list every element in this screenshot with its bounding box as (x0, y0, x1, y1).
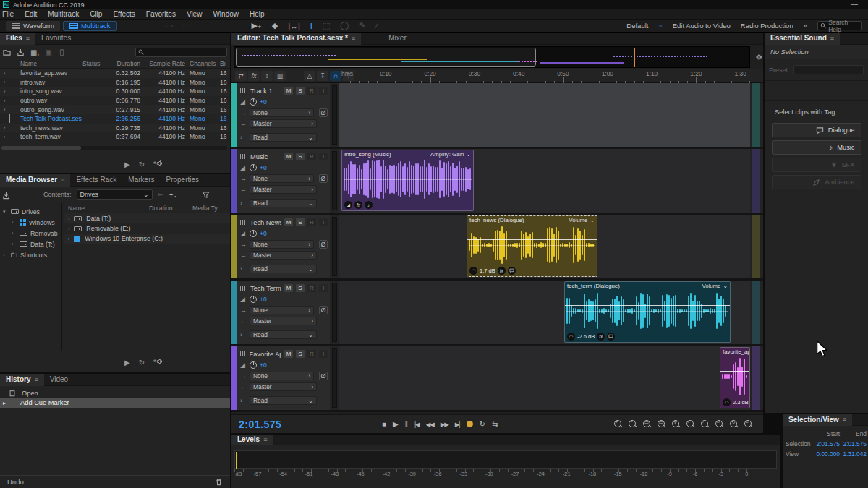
tree-item-windows[interactable]: ›Windows (0, 217, 61, 228)
tab-history[interactable]: History≡ (0, 374, 44, 386)
files-search-input[interactable] (135, 48, 227, 57)
preview-play-button[interactable]: ▶ (124, 359, 130, 367)
track-timeline-body[interactable]: favorite_app◠2.3 dB (339, 346, 750, 410)
phase-toggle[interactable]: Ø (319, 174, 328, 183)
history-item-open[interactable]: Open (0, 388, 230, 398)
zoom-in-right-icon[interactable]: › (700, 419, 710, 429)
tab-favorites[interactable]: Favorites (35, 33, 77, 45)
files-hscrollbar[interactable] (1, 146, 227, 150)
track-effects-icon[interactable]: fx (248, 71, 260, 81)
zoom-in-time-icon[interactable]: + (613, 419, 623, 429)
zoom-menu-icon[interactable]: ≡ (744, 419, 753, 429)
track-gain-value[interactable]: +0 (260, 361, 267, 369)
workspace-menu-icon[interactable]: ≡ (658, 22, 662, 30)
output-selector[interactable]: Master› (250, 119, 317, 128)
file-row[interactable]: ›outro_song.wav0:27.91544100 HzMono16 (0, 105, 230, 114)
track-scroll-sliver[interactable] (752, 281, 760, 344)
volume-envelope-line[interactable] (720, 371, 749, 372)
pan-knob[interactable] (250, 230, 257, 237)
file-row[interactable]: ›intro_song.wav0:30.00044100 HzMono16 (0, 87, 230, 96)
move-tool-icon[interactable]: ▶₊ (251, 21, 261, 30)
tab-essential-sound[interactable]: Essential Sound≡ (765, 33, 840, 45)
clip-fx-icon[interactable]: fx (354, 201, 362, 209)
zoom-undo-icon[interactable]: ⟲ (729, 419, 739, 429)
file-row[interactable]: ›tech_news.wav0:29.73544100 HzMono16 (0, 124, 230, 133)
file-row[interactable]: ›intro.wav0:16.19544100 HzMono16 (0, 78, 230, 87)
input-selector[interactable]: None› (250, 306, 314, 314)
input-selector[interactable]: None› (250, 372, 314, 380)
clip-gain-knob-icon[interactable]: ◠ (723, 398, 731, 406)
file-row[interactable]: Tech Talk Podcast.sesx *2:36.25644100 Hz… (0, 114, 230, 124)
clip-envelope-selector[interactable]: Volume⌄ (702, 283, 728, 289)
search-help-box[interactable]: Search Help (817, 21, 862, 30)
menu-multitrack[interactable]: Multitrack (48, 10, 79, 18)
selection-start[interactable]: 2:01.575 (813, 440, 840, 448)
tag-sfx-button[interactable]: ✶ SFX (772, 158, 861, 172)
auto-play-icon[interactable]: * (153, 358, 163, 367)
panel-menu-icon[interactable]: ≡ (61, 176, 64, 184)
mute-button[interactable]: M (284, 153, 293, 160)
play-button[interactable]: ▶ (393, 420, 399, 428)
solo-button[interactable]: S (296, 218, 305, 226)
pan-navigator-icon[interactable]: ✥ (756, 53, 762, 62)
tab-media-browser[interactable]: Media Browser≡ (0, 174, 70, 187)
panel-menu-icon[interactable]: ≡ (843, 416, 846, 423)
track-gain-value[interactable]: +0 (260, 164, 267, 171)
clip-tech_news[interactable]: tech_news (Dialogue)Volume⌄◠1.7 dBfx (467, 215, 597, 277)
history-item-add-cue-marker[interactable]: ▸ Add Cue Marker (0, 398, 230, 408)
monitor-input-button[interactable]: I (319, 284, 328, 292)
tag-dialogue-button[interactable]: Dialogue (772, 123, 861, 137)
output-selector[interactable]: Master› (250, 317, 317, 325)
pan-knob[interactable] (250, 98, 257, 106)
fast-forward-button[interactable]: ▶▶ (441, 421, 448, 428)
phase-toggle[interactable]: Ø (319, 240, 328, 249)
clip-gain-knob-icon[interactable]: ◠ (567, 333, 575, 341)
menu-edit[interactable]: Edit (25, 10, 37, 18)
media-row-removable-drive[interactable]: ›Removable (E:) (64, 223, 230, 234)
monitor-input-button[interactable]: I (319, 87, 328, 95)
loop-playback-button[interactable]: ↻ (480, 420, 485, 428)
razor-tool-icon[interactable]: ◆ (272, 21, 278, 30)
panel-menu-icon[interactable]: ≡ (26, 35, 30, 42)
zoom-reset-icon[interactable]: ✛ (671, 419, 681, 429)
menu-file[interactable]: File (2, 10, 14, 18)
trash-icon[interactable] (58, 48, 66, 56)
trash-icon[interactable] (215, 478, 223, 486)
phase-toggle[interactable]: Ø (319, 108, 328, 117)
overview-navigator[interactable]: ✥ (234, 46, 750, 68)
automation-expand-chevron[interactable]: › (240, 397, 247, 404)
automation-expand-chevron[interactable]: › (240, 200, 247, 207)
output-selector[interactable]: Master› (250, 382, 317, 391)
lasso-tool-icon[interactable]: ◯ (340, 21, 349, 30)
save-icon[interactable]: ▣ (45, 48, 51, 56)
solo-button[interactable]: S (296, 284, 305, 292)
tree-item-removable[interactable]: ›Removab (0, 228, 61, 239)
tree-item-shortcuts[interactable]: ›Shortcuts (0, 249, 61, 260)
media-row-data-drive[interactable]: ›Data (T:) (64, 213, 230, 223)
workspace-overflow-chevron[interactable]: » (804, 22, 807, 30)
file-row[interactable]: ›tech_term.wav0:37.69444100 HzMono16 (0, 132, 230, 142)
pause-button[interactable]: ‖ (405, 420, 408, 428)
track-scroll-sliver[interactable] (752, 83, 760, 147)
tab-selection-view[interactable]: Selection/View≡ (783, 414, 852, 426)
panel-menu-icon[interactable]: ≡ (263, 436, 267, 443)
tag-music-button[interactable]: ♪ Music (772, 140, 861, 155)
automation-mode-selector[interactable]: Read⌄ (250, 396, 317, 405)
clip-envelope-selector[interactable]: Amplify: Gain⌄ (430, 151, 471, 158)
zoom-in-left-icon[interactable]: ‹ (686, 419, 695, 429)
view-start[interactable]: 0:00.000 (813, 450, 840, 458)
solo-button[interactable]: S (296, 350, 305, 358)
skip-selection-button[interactable]: ⇆ (492, 420, 498, 428)
panel-menu-icon[interactable]: ≡ (830, 35, 834, 42)
workspace-radio-production[interactable]: Radio Production (741, 22, 793, 30)
automation-expand-chevron[interactable]: › (240, 331, 247, 338)
volume-envelope-line[interactable] (467, 239, 597, 240)
volume-fader-icon[interactable]: ◢ (240, 296, 247, 303)
clip-speech-icon[interactable] (508, 267, 516, 275)
volume-envelope-line[interactable] (565, 305, 730, 306)
media-column-header[interactable]: Name Duration Media Ty (64, 203, 230, 213)
spot-healing-tool-icon[interactable]: ⁄ (376, 22, 378, 30)
tree-item-drives[interactable]: ▾Drives (0, 206, 61, 217)
clip-tech_term[interactable]: tech_term (Dialogue)Volume⌄◠-2.6 dBfx (564, 281, 731, 343)
tab-effects-rack[interactable]: Effects Rack (70, 174, 122, 187)
